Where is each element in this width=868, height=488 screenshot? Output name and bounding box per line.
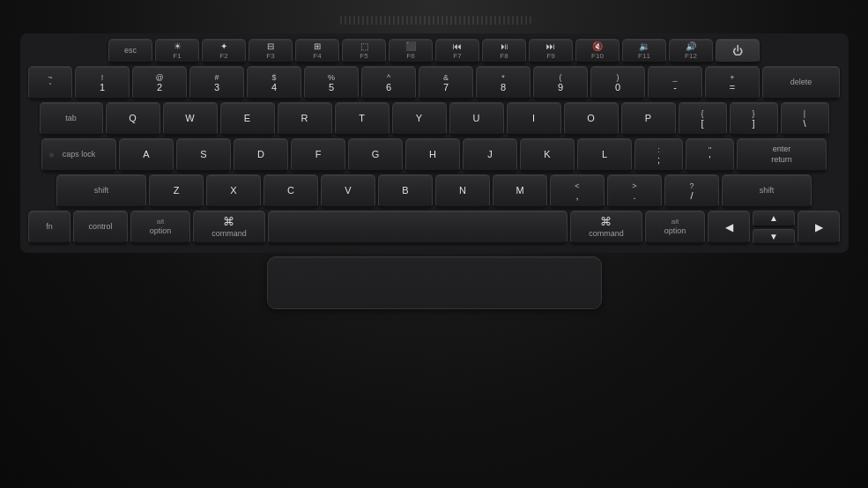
key-h[interactable]: H — [405, 138, 460, 172]
rewind-icon: ⏮ — [453, 41, 462, 51]
key-tab[interactable]: tab — [40, 102, 103, 136]
key-t[interactable]: T — [335, 102, 389, 136]
key-n[interactable]: N — [435, 174, 490, 208]
key-b[interactable]: B — [378, 174, 433, 208]
f11-inner: 🔉 F11 — [638, 41, 650, 60]
key-minus[interactable]: _ - — [648, 66, 702, 100]
key-fn[interactable]: fn — [28, 211, 70, 244]
key-comma[interactable]: < , — [550, 174, 605, 208]
key-w[interactable]: W — [163, 102, 218, 136]
key-f6[interactable]: ⬛ F6 — [389, 39, 433, 63]
key-v[interactable]: V — [321, 174, 375, 208]
key-f10[interactable]: 🔇 F10 — [575, 39, 619, 63]
key-semicolon[interactable]: : ; — [634, 138, 683, 172]
key-f12[interactable]: 🔊 F12 — [669, 39, 713, 63]
option-left-label: option — [150, 226, 172, 236]
key-g[interactable]: G — [348, 138, 403, 172]
number-key-row: ~ ` ! 1 @ 2 # 3 — [27, 66, 842, 100]
key-arrow-right[interactable]: ▶ — [798, 211, 840, 244]
key-equals[interactable]: + = — [705, 66, 760, 100]
key-5[interactable]: % 5 — [304, 66, 359, 100]
key-l[interactable]: L — [577, 138, 632, 172]
key-period[interactable]: > . — [607, 174, 662, 208]
key-m[interactable]: M — [493, 174, 547, 208]
key-arrow-up[interactable]: ▲ — [753, 211, 795, 226]
key-s[interactable]: S — [176, 138, 231, 172]
key-f8[interactable]: ⏯ F8 — [482, 39, 526, 63]
key-backslash[interactable]: | \ — [781, 102, 829, 136]
key-f9[interactable]: ⏭ F9 — [529, 39, 573, 63]
fastforward-icon: ⏭ — [546, 41, 555, 51]
key-x[interactable]: X — [206, 174, 261, 208]
key-9[interactable]: ( 9 — [533, 66, 588, 100]
tab-label: tab — [65, 114, 77, 123]
key-u[interactable]: U — [449, 102, 504, 136]
key-caps-lock[interactable]: caps lock — [41, 138, 116, 172]
key-o[interactable]: O — [564, 102, 619, 136]
f2-inner: ✦ F2 — [219, 41, 227, 60]
key-i[interactable]: I — [507, 102, 561, 136]
key-f[interactable]: F — [291, 138, 345, 172]
key-q[interactable]: Q — [106, 102, 160, 136]
speaker-grille — [338, 16, 531, 25]
power-icon: ⏻ — [732, 45, 743, 57]
trackpad-area — [20, 256, 849, 309]
key-command-left[interactable]: ⌘ command — [193, 211, 265, 244]
key-k[interactable]: K — [520, 138, 575, 172]
f1-label: F1 — [173, 52, 181, 60]
option-right-label: option — [664, 226, 686, 236]
key-bracket-open[interactable]: { [ — [679, 102, 727, 136]
key-3[interactable]: # 3 — [189, 66, 244, 100]
key-6[interactable]: ^ 6 — [361, 66, 416, 100]
key-f1[interactable]: ☀ F1 — [155, 39, 199, 63]
key-control[interactable]: control — [73, 211, 128, 244]
command-right-symbol: ⌘ — [600, 215, 612, 228]
key-4[interactable]: $ 4 — [247, 66, 301, 100]
key-command-right[interactable]: ⌘ command — [570, 211, 642, 244]
f4-label: F4 — [313, 52, 321, 60]
key-delete[interactable]: delete — [762, 66, 840, 100]
key-spacebar[interactable] — [268, 211, 568, 244]
key-f7[interactable]: ⏮ F7 — [435, 39, 479, 63]
key-z[interactable]: Z — [149, 174, 204, 208]
key-esc[interactable]: esc — [108, 39, 152, 63]
f1-inner: ☀ F1 — [173, 41, 181, 60]
key-f5[interactable]: ⬚ F5 — [342, 39, 386, 63]
key-shift-right[interactable]: shift — [722, 174, 812, 208]
key-f3[interactable]: ⊟ F3 — [249, 39, 293, 63]
comma-chars: < , — [575, 181, 579, 201]
key-arrow-down[interactable]: ▼ — [753, 229, 795, 245]
key-2[interactable]: @ 2 — [132, 66, 187, 100]
key-r[interactable]: R — [278, 102, 332, 136]
key-quote[interactable]: " ' — [686, 138, 734, 172]
play-pause-icon: ⏯ — [500, 41, 508, 51]
key-slash[interactable]: ? / — [664, 174, 719, 208]
key-1[interactable]: ! 1 — [75, 66, 130, 100]
key-arrow-left[interactable]: ◀ — [708, 211, 750, 244]
key-power[interactable]: ⏻ — [716, 39, 760, 63]
key-option-left[interactable]: alt option — [130, 211, 190, 244]
key-y[interactable]: Y — [392, 102, 447, 136]
key-a[interactable]: A — [119, 138, 174, 172]
key-j[interactable]: J — [463, 138, 517, 172]
key-f2[interactable]: ✦ F2 — [202, 39, 246, 63]
key-f11[interactable]: 🔉 F11 — [622, 39, 666, 63]
volume-down-icon: 🔉 — [639, 41, 649, 51]
brightness-high-icon: ✦ — [220, 41, 227, 51]
key-backtick[interactable]: ~ ` — [28, 66, 72, 100]
key-enter[interactable]: enter return — [737, 138, 827, 172]
f4-inner: ⊞ F4 — [313, 41, 321, 60]
key-0[interactable]: ) 0 — [590, 66, 645, 100]
key-7[interactable]: & 7 — [419, 66, 473, 100]
key-e[interactable]: E — [220, 102, 275, 136]
key-c[interactable]: C — [263, 174, 318, 208]
key-bracket-close[interactable]: } ] — [730, 102, 778, 136]
key-shift-left[interactable]: shift — [56, 174, 146, 208]
key-option-right[interactable]: alt option — [645, 211, 705, 244]
key-8[interactable]: * 8 — [476, 66, 530, 100]
key-p[interactable]: P — [621, 102, 676, 136]
trackpad[interactable] — [267, 256, 602, 309]
key-d[interactable]: D — [234, 138, 288, 172]
key-f4[interactable]: ⊞ F4 — [295, 39, 339, 63]
command-left-symbol: ⌘ — [223, 215, 234, 228]
